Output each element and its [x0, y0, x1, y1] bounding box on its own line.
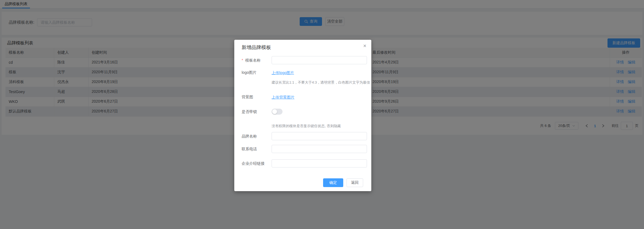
page: 品牌模板列表 品牌模板名称: 查询 清空全部 品牌模板列表 新建品牌模板	[0, 0, 644, 229]
add-brand-template-modal: 新增品牌模板 × *模板名称 logo图片 上传logo图片 建议长宽比1:1，…	[234, 40, 371, 191]
field-label: 是否带锁	[242, 109, 257, 114]
back-button[interactable]: 返回	[347, 178, 363, 187]
field-label: 企业介绍链接	[242, 161, 265, 166]
field-label: 品牌名称	[242, 134, 257, 139]
brand-name-input[interactable]	[272, 132, 367, 140]
required-mark: *	[242, 58, 243, 62]
field-label: logo图片	[242, 70, 256, 75]
logo-hint: 建议长宽比1:1，不要大于4:3，透明背景，白色图片文字为最佳	[272, 80, 370, 85]
field-label: 背景图	[242, 95, 253, 100]
field-label: *模板名称	[242, 58, 260, 63]
field-label: 联系电话	[242, 147, 257, 152]
modal-title: 新增品牌模板	[242, 44, 271, 51]
intro-link-input[interactable]	[272, 159, 367, 167]
upload-background-link[interactable]: 上传背景图片	[272, 95, 294, 99]
modal-footer: 确定 返回	[234, 178, 371, 187]
phone-input[interactable]	[272, 145, 367, 153]
upload-logo-link[interactable]: 上传logo图片	[272, 71, 294, 75]
confirm-button[interactable]: 确定	[323, 178, 343, 187]
lock-hint: 没有权限的模块是否显示锁住状态, 否则隐藏	[272, 124, 341, 129]
close-icon[interactable]: ×	[363, 43, 366, 48]
lock-toggle[interactable]	[272, 109, 282, 115]
template-name-input[interactable]	[272, 56, 367, 64]
toggle-knob	[272, 109, 277, 114]
